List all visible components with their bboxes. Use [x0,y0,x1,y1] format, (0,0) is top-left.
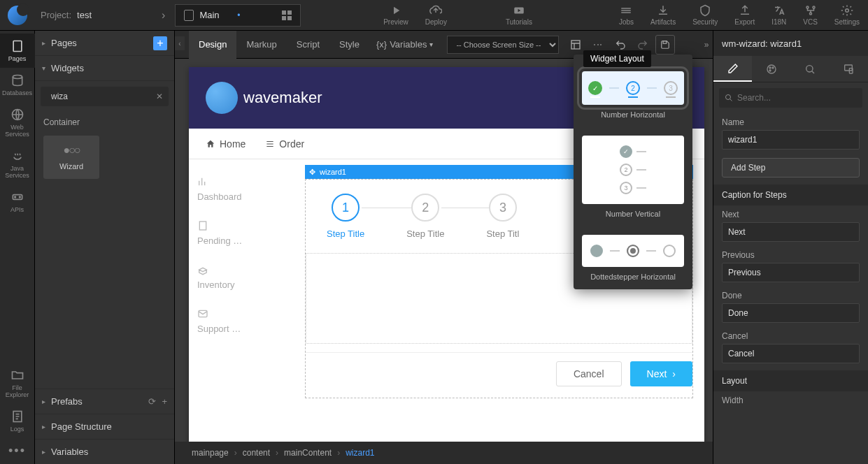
props-tab-device[interactable] [830,56,868,82]
artifacts-button[interactable]: Artifacts [642,0,684,31]
preview-button[interactable]: Preview [375,0,417,31]
layout-number-horizontal[interactable]: ✓23 [582,71,684,105]
tab-next-arrow[interactable]: › [155,9,172,22]
file-tab[interactable]: Main • [175,4,301,27]
add-icon[interactable]: + [162,396,167,407]
svg-point-1 [806,6,809,8]
clear-search[interactable]: ✕ [156,92,163,101]
rail-databases[interactable]: Databases [0,68,35,102]
prev-input[interactable] [722,263,860,282]
crumb[interactable]: mainpage [192,448,229,458]
tab-script[interactable]: Script [287,31,329,59]
layout-dotted-horizontal[interactable] [582,235,684,267]
widget-layout-popover: Widget Layout ✓23 Number Horizontal ✓23 … [574,55,692,289]
file-name: Main [199,10,234,20]
settings-button[interactable]: Settings [826,0,868,31]
svg-point-12 [46,96,47,97]
next-input[interactable] [722,222,860,242]
export-button[interactable]: Export [726,0,763,31]
layout-number-vertical[interactable]: ✓23 [582,136,684,204]
project-name: test [77,10,92,20]
app-logo[interactable] [0,0,35,31]
add-step-button[interactable]: Add Step [722,158,860,177]
properties-panel: wm-wizard: wizard1 Name Add Step Caption… [713,31,868,464]
file-icon [184,10,194,21]
security-button[interactable]: Security [684,0,726,31]
collapse-left[interactable]: ‹ [175,36,185,50]
add-page-button[interactable]: + [153,36,167,50]
widget-search[interactable]: ✕ [41,87,169,106]
svg-point-21 [806,65,813,71]
widget-search-input[interactable] [51,92,156,101]
rail-pages[interactable]: Pages [0,34,35,68]
sb-pending[interactable]: Pending … [197,220,285,246]
rail-logs[interactable]: Logs [0,404,35,438]
variables-button[interactable]: {x}Variables▾ [369,39,440,50]
cancel-input[interactable] [722,344,860,363]
project-label: Project: [35,10,77,20]
nav-home[interactable]: Home [206,138,246,150]
svg-point-24 [726,95,731,100]
rail-java-services[interactable]: Java Services [0,143,35,184]
svg-point-3 [809,13,811,15]
tab-style[interactable]: Style [329,31,369,59]
sb-inventory[interactable]: Inventory [197,264,285,290]
wizard-step-2[interactable]: 2Step Title [406,194,444,239]
nav-order[interactable]: Order [265,138,304,150]
rail-apis[interactable]: APIs [0,184,35,219]
pages-header[interactable]: ▸Pages+ [35,31,174,56]
wizard-next-button[interactable]: Next› [630,361,692,386]
properties-search-input[interactable] [737,93,857,103]
prev-label: Previous [722,250,860,260]
rail-file-explorer[interactable]: File Explorer [0,363,35,404]
breadcrumb: mainpage› content› mainContent› wizard1 [175,442,713,464]
tab-design[interactable]: Design [189,31,236,59]
deploy-button[interactable]: Deploy [417,0,455,31]
svg-point-18 [769,67,771,68]
popover-title: Widget Layout [583,50,651,67]
props-tab-edit[interactable] [713,56,752,82]
left-panel: ▸Pages+ ▾Widgets ✕ Container ●○○ Wizard … [35,31,175,464]
tutorials-button[interactable]: Tutorials [497,0,541,31]
sb-dashboard[interactable]: Dashboard [197,176,285,202]
jobs-button[interactable]: Jobs [611,0,642,31]
app-sidebar: Dashboard Pending … Inventory Support … [189,159,294,442]
wizard-cancel-button[interactable]: Cancel [556,361,622,386]
wavemaker-logo: wavemaker [206,82,322,114]
rail-web-services[interactable]: Web Services [0,102,35,143]
search-icon [46,92,47,101]
save-icon[interactable] [655,35,675,55]
move-handle-icon[interactable]: ✥ [309,168,315,177]
screen-size-select[interactable]: -- Choose Screen Size -- [447,36,559,54]
done-label: Done [722,291,860,300]
done-input[interactable] [722,303,860,323]
crumb-current[interactable]: wizard1 [346,448,374,458]
props-tab-events[interactable] [791,56,830,82]
wizard-step-1[interactable]: 1Step Title [327,194,364,239]
refresh-icon[interactable]: ⟳ [148,396,156,407]
rail-more[interactable]: ••• [0,438,35,464]
svg-rect-14 [663,41,667,43]
svg-point-9 [14,196,15,198]
name-input[interactable] [722,130,860,150]
widgets-header[interactable]: ▾Widgets [35,56,174,81]
variables-section[interactable]: ▸Variables [35,439,174,464]
props-tab-style[interactable] [752,56,790,82]
expand-right[interactable]: » [700,36,713,53]
top-bar: Project: test › Main • Preview Deploy Tu… [0,0,868,31]
prefabs-section[interactable]: ▸Prefabs⟳+ [35,389,174,414]
grid-icon[interactable] [282,10,292,20]
i18n-button[interactable]: I18N [763,0,795,31]
svg-point-2 [813,6,815,8]
crumb[interactable]: content [243,448,270,458]
tab-markup[interactable]: Markup [236,31,286,59]
widget-wizard[interactable]: ●○○ Wizard [43,136,99,179]
page-structure-section[interactable]: ▸Page Structure [35,414,174,439]
properties-title: wm-wizard: wizard1 [713,31,868,56]
crumb[interactable]: mainContent [284,448,332,458]
sb-support[interactable]: Support … [197,308,285,334]
properties-search[interactable] [719,88,862,108]
wizard-step-3[interactable]: 3Step Titl [486,194,519,239]
wizard-icon: ●○○ [64,144,80,157]
vcs-button[interactable]: VCS [795,0,826,31]
